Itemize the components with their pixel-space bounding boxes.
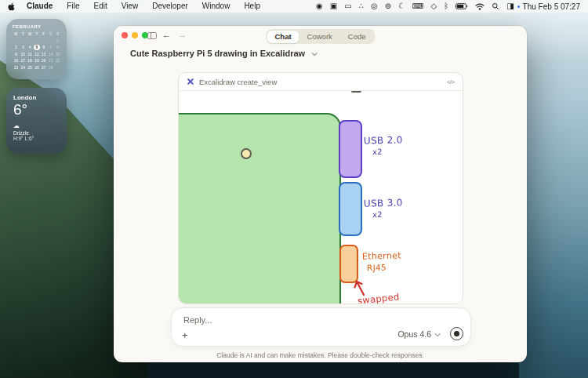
weather-condition: Drizzle bbox=[13, 130, 60, 136]
rj45-label: RJ45 bbox=[367, 263, 387, 273]
traffic-lights bbox=[122, 32, 148, 38]
keyboard-icon[interactable]: ⌨ bbox=[412, 0, 423, 13]
calendar-day: 8 bbox=[54, 45, 61, 50]
sidebar-toggle-icon[interactable] bbox=[147, 32, 157, 39]
view-code-icon[interactable]: </> bbox=[447, 78, 455, 85]
window-titlebar[interactable]: ← → ChatCoworkCode bbox=[114, 26, 527, 45]
reply-input[interactable]: Reply... bbox=[183, 315, 212, 325]
calendar-day-selected: 5 bbox=[34, 45, 41, 50]
calendar-day: 9 bbox=[13, 52, 20, 57]
calendar-day: 16 bbox=[13, 58, 20, 64]
excalidraw-icon bbox=[187, 78, 194, 85]
model-selector[interactable]: Opus 4.6 bbox=[397, 329, 439, 339]
minimize-button[interactable] bbox=[132, 32, 138, 38]
voice-mode-button[interactable] bbox=[450, 327, 463, 340]
calendar-day: 27 bbox=[40, 65, 47, 71]
calendar-day: 24 bbox=[20, 65, 27, 71]
stage-manager-icon[interactable]: ▣ bbox=[330, 0, 337, 13]
calendar-day bbox=[54, 65, 61, 71]
weather-city: London bbox=[13, 94, 60, 101]
calendar-day bbox=[47, 38, 54, 44]
calendar-day-header: F bbox=[40, 31, 47, 37]
menu-item-file[interactable]: File bbox=[60, 0, 86, 13]
apple-menu-icon[interactable] bbox=[8, 2, 15, 11]
drizzle-cloud-icon: ☁ bbox=[13, 122, 60, 129]
record-indicator-icon[interactable]: ◉ bbox=[316, 0, 323, 13]
clipped-element bbox=[351, 91, 361, 93]
model-name: Opus 4.6 bbox=[397, 329, 431, 339]
chevron-down-icon[interactable] bbox=[312, 50, 318, 56]
usb2-port-shape bbox=[339, 120, 362, 178]
calendar-day bbox=[20, 38, 27, 44]
conversation-title: Cute Raspberry Pi 5 drawing in Excalidra… bbox=[130, 49, 305, 58]
calendar-day: 14 bbox=[47, 52, 54, 57]
calendar-day: 23 bbox=[13, 65, 20, 71]
calendar-day: 10 bbox=[20, 52, 27, 57]
forward-button[interactable]: → bbox=[178, 30, 187, 39]
tab-code[interactable]: Code bbox=[340, 31, 374, 43]
calendar-day: 12 bbox=[34, 52, 41, 57]
calendar-day-header: S bbox=[47, 31, 54, 37]
calendar-day: 18 bbox=[27, 58, 34, 64]
usb3-label: USB 3.0 bbox=[364, 197, 403, 209]
battery-icon[interactable] bbox=[456, 3, 468, 9]
back-button[interactable]: ← bbox=[162, 30, 171, 39]
calendar-day bbox=[40, 38, 47, 44]
chevron-down-icon bbox=[435, 331, 441, 336]
focus-moon-icon[interactable]: ☾ bbox=[398, 0, 405, 13]
calendar-widget[interactable]: FEBRUARY MTWTFSS123456789101112131415161… bbox=[6, 19, 67, 79]
calendar-day: 6 bbox=[40, 45, 47, 50]
menu-item-window[interactable]: Window bbox=[195, 0, 238, 13]
menu-item-developer[interactable]: Developer bbox=[145, 0, 195, 13]
excalidraw-canvas[interactable]: USB 2.0 x2 USB 3.0 x2 Ethernet RJ45 swap… bbox=[179, 91, 463, 304]
reply-composer[interactable]: Reply... + Opus 4.6 bbox=[171, 307, 471, 347]
network-nodes-icon[interactable]: ∴ bbox=[359, 0, 364, 13]
raspberry-pi-board bbox=[179, 113, 341, 304]
menu-item-edit[interactable]: Edit bbox=[86, 0, 114, 13]
calendar-day: 25 bbox=[27, 65, 34, 71]
usb2-count-label: x2 bbox=[372, 147, 383, 156]
desktop: ClaudeFileEditViewDeveloperWindowHelp ◉▣… bbox=[0, 0, 588, 378]
weather-high-low: H:9° L:6° bbox=[13, 136, 60, 141]
calendar-day: 21 bbox=[47, 58, 54, 64]
calendar-day-header: M bbox=[13, 31, 20, 37]
calendar-day: 11 bbox=[27, 52, 34, 57]
calendar-day bbox=[27, 38, 34, 44]
menu-item-help[interactable]: Help bbox=[237, 0, 267, 13]
menu-item-view[interactable]: View bbox=[114, 0, 146, 13]
calendar-day: 7 bbox=[47, 45, 54, 50]
menu-bar: ClaudeFileEditViewDeveloperWindowHelp ◉▣… bbox=[0, 0, 588, 13]
calendar-day: 1 bbox=[54, 38, 61, 44]
disclaimer-text: Claude is AI and can make mistakes. Plea… bbox=[114, 351, 527, 359]
menu-item-claude[interactable]: Claude bbox=[20, 0, 60, 13]
calendar-day: 20 bbox=[40, 58, 47, 64]
calendar-day: 4 bbox=[27, 45, 34, 50]
chat-bubble-icon[interactable]: ◇ bbox=[430, 0, 437, 13]
tab-chat[interactable]: Chat bbox=[267, 31, 299, 43]
calendar-day: 2 bbox=[13, 45, 20, 50]
calendar-day: 17 bbox=[20, 58, 27, 64]
calendar-day: 13 bbox=[40, 52, 47, 57]
calendar-day: 28 bbox=[47, 65, 54, 71]
tab-cowork[interactable]: Cowork bbox=[299, 31, 340, 43]
time-machine-icon[interactable]: ⊚ bbox=[385, 0, 391, 13]
usb3-port-shape bbox=[339, 182, 362, 236]
user-switch-icon[interactable]: ◨ bbox=[506, 0, 514, 13]
weather-widget[interactable]: London 6° ☁ Drizzle H:9° L:6° bbox=[6, 88, 67, 154]
mode-tab-group: ChatCoworkCode bbox=[266, 29, 375, 44]
wifi-icon[interactable] bbox=[475, 3, 485, 10]
spotlight-icon[interactable] bbox=[492, 2, 499, 10]
mounting-hole bbox=[241, 148, 252, 159]
screen-mirroring-icon[interactable]: ◎ bbox=[371, 0, 378, 13]
bluetooth-icon[interactable]: ᛒ bbox=[444, 0, 448, 13]
usb2-label: USB 2.0 bbox=[364, 134, 403, 146]
artifact-card-header[interactable]: Excalidraw create_view </> bbox=[179, 73, 463, 91]
close-button[interactable] bbox=[122, 32, 128, 38]
calendar-grid: MTWTFSS123456789101112131415161718192021… bbox=[13, 31, 61, 71]
artifact-tool-label: Excalidraw create_view bbox=[199, 78, 277, 86]
display-icon[interactable]: ▭ bbox=[344, 0, 351, 13]
menu-bar-clock[interactable]: Thu Feb 5 07:27 bbox=[520, 2, 588, 11]
calendar-day: 15 bbox=[54, 52, 61, 57]
conversation-title-row[interactable]: Cute Raspberry Pi 5 drawing in Excalidra… bbox=[130, 49, 316, 58]
attach-plus-button[interactable]: + bbox=[182, 330, 188, 341]
